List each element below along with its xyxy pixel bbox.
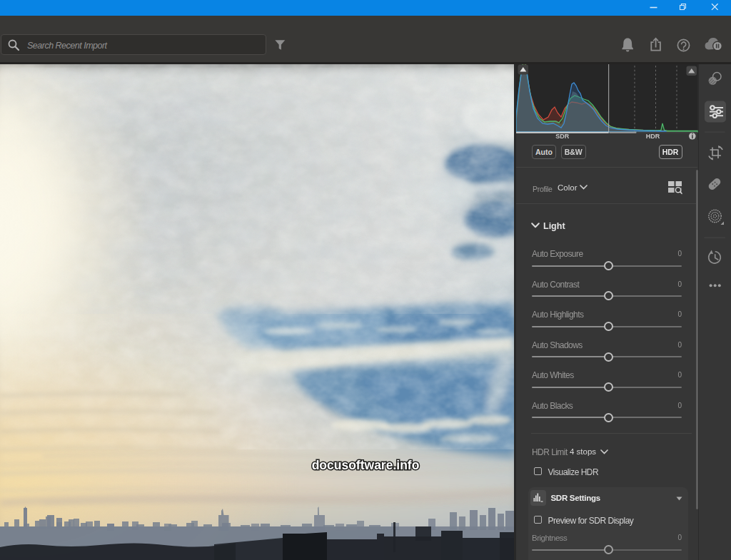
svg-text:docusoftware.info: docusoftware.info — [312, 458, 420, 472]
svg-text:HDR: HDR — [646, 133, 660, 140]
svg-text:SDR: SDR — [555, 133, 570, 140]
